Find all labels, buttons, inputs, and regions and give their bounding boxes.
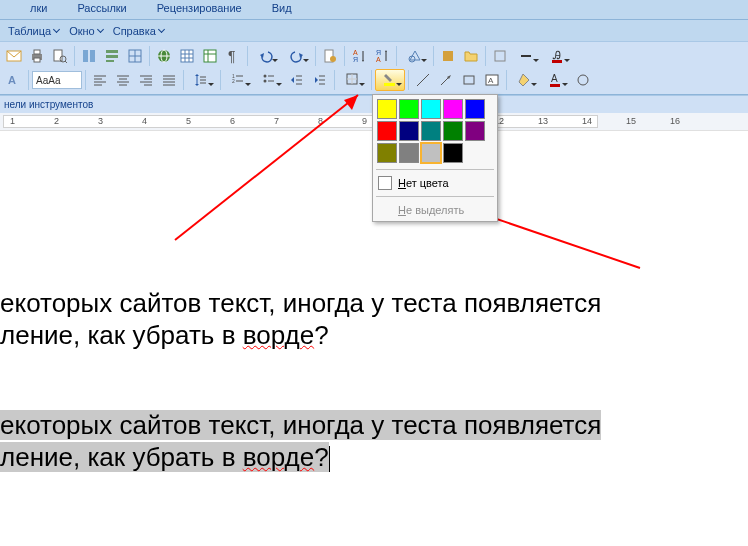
color-swatch[interactable] bbox=[377, 99, 397, 119]
annotation-arrow-1 bbox=[0, 0, 748, 546]
svg-marker-99 bbox=[344, 95, 358, 110]
color-swatch[interactable] bbox=[443, 143, 463, 163]
highlight-color-picker: Нет цвета Не выделять bbox=[372, 94, 498, 222]
color-swatch[interactable] bbox=[399, 99, 419, 119]
color-swatch[interactable] bbox=[443, 121, 463, 141]
no-color-option[interactable]: Нет цвета bbox=[373, 172, 497, 194]
svg-line-98 bbox=[175, 95, 358, 240]
no-color-icon bbox=[378, 176, 392, 190]
color-swatch[interactable] bbox=[399, 143, 419, 163]
color-swatch[interactable] bbox=[421, 99, 441, 119]
stop-highlight-option: Не выделять bbox=[373, 199, 497, 221]
color-swatch[interactable] bbox=[377, 121, 397, 141]
color-swatch[interactable] bbox=[421, 121, 441, 141]
color-swatch[interactable] bbox=[377, 143, 397, 163]
color-swatch[interactable] bbox=[465, 99, 485, 119]
color-swatch[interactable] bbox=[465, 121, 485, 141]
color-swatch-selected[interactable] bbox=[421, 143, 441, 163]
color-swatch-grid bbox=[373, 95, 497, 167]
color-swatch[interactable] bbox=[399, 121, 419, 141]
color-swatch[interactable] bbox=[443, 99, 463, 119]
